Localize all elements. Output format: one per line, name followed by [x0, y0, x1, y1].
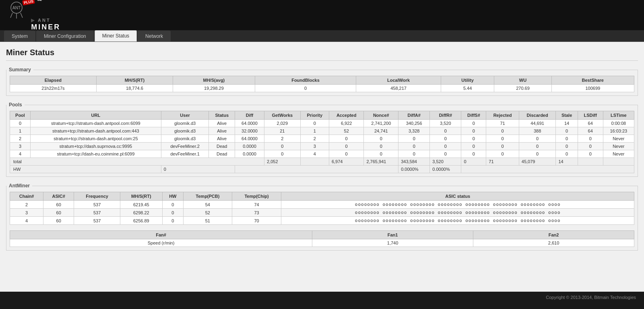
logo-ant-text: ▶ ANT [31, 18, 60, 23]
pool-row: 2 stratum+tcp://stratum-dash.antpool.com… [10, 135, 634, 143]
pool-accepted: 0 [329, 143, 364, 150]
summary-mhsrt: 18,774.6 [96, 85, 173, 92]
logo: ANT PLUS SZ ▶ ANT MINER [6, 0, 60, 31]
pool-diffr: 3,520 [430, 120, 461, 127]
total-stale: 14 [556, 158, 578, 166]
pool-user: gloomik.d3 [161, 135, 209, 143]
pool-getworks: 21 [264, 127, 300, 135]
pool-row: 0 stratum+tcp://stratum-dash.antpool.com… [10, 120, 634, 127]
pool-user: devFeeMiner.1 [161, 150, 209, 158]
summary-legend: Summary [6, 67, 33, 73]
pool-num: 1 [10, 127, 31, 135]
pool-stale: 0 [556, 135, 578, 143]
pool-getworks: 0 [264, 150, 300, 158]
logo-wrapper: ANT PLUS SZ ▶ ANT MINER [6, 0, 60, 31]
pool-status: Alive [209, 135, 235, 143]
col-diff: Diff [235, 111, 264, 120]
page-title: Miner Status [6, 48, 638, 61]
nav-bar: System Miner Configuration Miner Status … [0, 30, 644, 42]
chain-num: 4 [10, 217, 43, 225]
asic-status-val: oooooooo oooooooo oooooooo oooooooo oooo… [281, 209, 634, 217]
pool-getworks: 0 [264, 143, 300, 150]
summary-section: Summary Elapsed MH/S(RT) MH/S(avg) Found… [6, 67, 638, 96]
summary-row: 21h22m17s 18,774.6 19,298.29 0 458,217 5… [10, 85, 634, 92]
col-lstime: LSTime [603, 111, 634, 120]
pool-accepted: 52 [329, 127, 364, 135]
col-asic: ASIC# [43, 192, 74, 201]
pool-priority: 1 [300, 127, 329, 135]
pool-priority: 0 [300, 120, 329, 127]
pool-lsdiff: 64 [578, 127, 603, 135]
pool-lsdiff: 0 [578, 143, 603, 150]
mhsrt-val: 6298.22 [120, 209, 163, 217]
total-diffa: 343,584 [398, 158, 430, 166]
total-diffs: 0 [461, 158, 486, 166]
tab-system[interactable]: System [4, 31, 35, 41]
tab-network[interactable]: Network [138, 31, 171, 41]
col-priority: Priority [300, 111, 329, 120]
summary-table: Elapsed MH/S(RT) MH/S(avg) FoundBlocks L… [10, 76, 634, 92]
summary-localwork: 458,217 [356, 85, 441, 92]
pool-user: gloomik.d3 [161, 127, 209, 135]
pool-lstime: Never [603, 135, 634, 143]
pool-row: 4 stratum+tcp://dash-eu.coinmine.pl:6099… [10, 150, 634, 158]
pool-diff: 0.0000 [235, 143, 264, 150]
total-nonce: 2,765,941 [364, 158, 398, 166]
col-foundblocks: FoundBlocks [255, 76, 356, 85]
chain-num: 3 [10, 209, 43, 217]
pool-nonce: 2,741,200 [364, 120, 398, 127]
total-rejected: 71 [486, 158, 519, 166]
total-accepted: 6,974 [329, 158, 364, 166]
pools-legend: Pools [6, 102, 25, 108]
hw-value: 0 [161, 166, 235, 173]
pool-nonce: 24,741 [364, 127, 398, 135]
frequency: 537 [74, 201, 120, 209]
pool-nonce: 0 [364, 143, 398, 150]
pool-user: devFeeMiner.2 [161, 143, 209, 150]
summary-wu: 270.69 [494, 85, 551, 92]
col-url: URL [30, 111, 161, 120]
pool-num: 4 [10, 150, 31, 158]
pool-lsdiff: 0 [578, 150, 603, 158]
col-status: Status [209, 111, 235, 120]
antminer-row: 4 60 537 6256.89 0 51 70 oooooooo oooooo… [10, 217, 634, 225]
col-lsdiff: LSDiff [578, 111, 603, 120]
col-localwork: LocalWork [356, 76, 441, 85]
pool-accepted: 0 [329, 150, 364, 158]
tab-miner-status[interactable]: Miner Status [95, 30, 137, 41]
pool-diffs: 0 [461, 143, 486, 150]
pool-diffa: 340,256 [398, 120, 430, 127]
pool-nonce: 0 [364, 150, 398, 158]
fan-speed-label: Speed (r/min) [10, 239, 312, 247]
pool-priority: 3 [300, 143, 329, 150]
pool-discarded: 0 [519, 150, 556, 158]
hw-diffa-pct: 0.0000% [398, 166, 430, 173]
col-diffa: DiffA# [398, 111, 430, 120]
col-elapsed: Elapsed [10, 76, 97, 85]
pool-diffr: 0 [430, 127, 461, 135]
antminer-section: AntMiner Chain# ASIC# Frequency MH/S(RT)… [6, 183, 638, 251]
hw-val: 0 [162, 201, 183, 209]
pool-discarded: 0 [519, 135, 556, 143]
footer: Copyright © 2013-2014, Bitmain Technolog… [0, 292, 644, 303]
antminer-legend: AntMiner [6, 183, 32, 189]
pool-num: 3 [10, 143, 31, 150]
col-diffr: DiffR# [430, 111, 461, 120]
header: ANT PLUS SZ ▶ ANT MINER [0, 0, 644, 30]
pool-status: Alive [209, 120, 235, 127]
pool-row: 1 stratum+tcp://stratum-dash.antpool.com… [10, 127, 634, 135]
mhsrt-val: 6256.89 [120, 217, 163, 225]
pool-diffs: 0 [461, 127, 486, 135]
pool-lstime: Never [603, 143, 634, 150]
col-stale: Stale [556, 111, 578, 120]
pool-accepted: 6,922 [329, 120, 364, 127]
pool-diffr: 0 [430, 135, 461, 143]
col-wu: WU [494, 76, 551, 85]
pool-url: stratum+tcp://dash.suprnova.cc:9995 [30, 143, 161, 150]
asic-count: 60 [43, 209, 74, 217]
tab-miner-configuration[interactable]: Miner Configuration [36, 31, 94, 41]
pool-stale: 0 [556, 143, 578, 150]
logo-sz: SZ [37, 0, 42, 2]
pool-url: stratum+tcp://stratum-dash.antpool.com:2… [30, 135, 161, 143]
pool-lsdiff: 0 [578, 135, 603, 143]
